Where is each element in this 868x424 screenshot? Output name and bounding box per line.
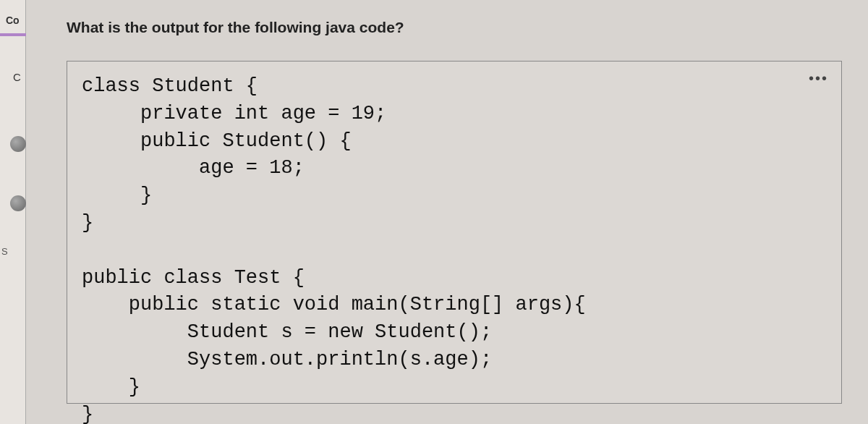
left-dot-icon — [10, 136, 26, 152]
left-letter-s: S — [1, 246, 8, 257]
more-options-icon[interactable]: ••• — [809, 70, 828, 87]
code-content: class Student { private int age = 19; pu… — [82, 73, 827, 424]
left-edge-label: Co — [6, 14, 20, 26]
code-line: public static void main(String[] args){ — [82, 294, 586, 315]
left-dot-icon — [10, 195, 26, 211]
left-sidebar-edge: Co C S — [0, 0, 26, 424]
code-line: } — [82, 185, 152, 206]
code-line: System.out.println(s.age); — [82, 349, 492, 370]
question-title: What is the output for the following jav… — [67, 19, 404, 36]
tab-indicator — [0, 33, 26, 36]
code-line: } — [82, 376, 140, 398]
left-letter-c: C — [13, 71, 21, 83]
code-line: private int age = 19; — [82, 103, 386, 124]
code-line: } — [82, 212, 93, 234]
code-line: public class Test { — [82, 267, 305, 289]
code-block: ••• class Student { private int age = 19… — [67, 61, 842, 404]
code-line: age = 18; — [82, 157, 305, 179]
code-line: public Student() { — [82, 130, 352, 152]
code-line: } — [82, 404, 93, 424]
code-line: class Student { — [82, 75, 258, 97]
code-line: Student s = new Student(); — [82, 321, 492, 343]
